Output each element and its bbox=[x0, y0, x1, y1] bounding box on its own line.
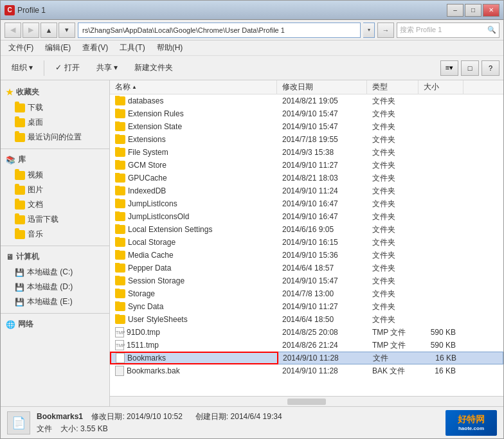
sidebar-item-e-drive[interactable]: 💾 本地磁盘 (E:) bbox=[1, 294, 109, 309]
table-row[interactable]: Pepper Data 2014/6/4 18:57 文件夹 bbox=[110, 262, 503, 274]
col-header-type[interactable]: 类型 bbox=[367, 80, 419, 94]
table-row[interactable]: File System 2014/9/3 15:38 文件夹 bbox=[110, 146, 503, 159]
video-folder-icon bbox=[15, 171, 25, 180]
go-button[interactable]: → bbox=[377, 22, 394, 38]
file-type-cell: 文件夹 bbox=[367, 314, 419, 326]
sidebar-item-d-drive[interactable]: 💾 本地磁盘 (D:) bbox=[1, 280, 109, 294]
table-row[interactable]: Storage 2014/7/8 13:00 文件夹 bbox=[110, 287, 503, 300]
sidebar-docs-label: 文档 bbox=[28, 199, 43, 210]
col-header-size[interactable]: 大小 bbox=[419, 80, 464, 94]
sidebar-item-pictures[interactable]: 图片 bbox=[1, 183, 109, 197]
music-folder-icon bbox=[15, 230, 25, 239]
file-size-cell bbox=[419, 113, 464, 114]
table-row[interactable]: JumpListIconsOld 2014/9/10 16:47 文件夹 bbox=[110, 210, 503, 223]
file-name-cell: User StyleSheets bbox=[110, 314, 277, 325]
sidebar-item-desktop[interactable]: 桌面 bbox=[1, 115, 109, 130]
table-row[interactable]: User StyleSheets 2014/6/4 18:50 文件夹 bbox=[110, 313, 503, 326]
sidebar-item-music[interactable]: 音乐 bbox=[1, 227, 109, 242]
status-filetype: 文件 bbox=[37, 424, 52, 433]
sidebar-library-header[interactable]: 📚 库 bbox=[1, 152, 109, 168]
table-row[interactable]: Bookmarks.bak 2014/9/10 11:28 BAK 文件 16 … bbox=[110, 364, 503, 377]
explorer-window: C Profile 1 – □ ✕ ◀ ▶ ▲ ▾ rs\ZhangSan\Ap… bbox=[0, 0, 504, 439]
up-button[interactable]: ▲ bbox=[40, 22, 57, 38]
share-button[interactable]: 共享 ▾ bbox=[89, 58, 125, 78]
file-date-cell: 2014/9/10 15:36 bbox=[277, 250, 367, 260]
minimize-button[interactable]: – bbox=[447, 4, 464, 17]
menu-edit[interactable]: 编辑(E) bbox=[40, 41, 76, 55]
view-pane-button[interactable]: □ bbox=[461, 60, 479, 76]
table-row[interactable]: GPUCache 2014/8/21 18:03 文件夹 bbox=[110, 172, 503, 184]
table-row[interactable]: Local Extension Settings 2014/6/16 9:05 … bbox=[110, 223, 503, 236]
view-list-button[interactable]: ≡▾ bbox=[440, 60, 458, 76]
maximize-button[interactable]: □ bbox=[465, 4, 482, 17]
file-type-cell: 文件夹 bbox=[367, 262, 419, 274]
status-bar: 📄 Bookmarks1 修改日期: 2014/9/10 10:52 创建日期:… bbox=[1, 406, 503, 438]
sidebar-item-c-drive[interactable]: 💾 本地磁盘 (C:) bbox=[1, 265, 109, 280]
file-name-cell: databases bbox=[110, 96, 277, 106]
table-row[interactable]: Extension State 2014/9/10 15:47 文件夹 bbox=[110, 120, 503, 133]
table-row[interactable]: JumpListIcons 2014/9/10 16:47 文件夹 bbox=[110, 197, 503, 210]
table-row[interactable]: Extensions 2014/7/18 19:55 文件夹 bbox=[110, 133, 503, 146]
sidebar-item-docs[interactable]: 文档 bbox=[1, 197, 109, 212]
menu-file[interactable]: 文件(F) bbox=[3, 41, 39, 55]
folder-icon bbox=[115, 225, 125, 234]
sidebar-item-xunlei[interactable]: 迅雷下载 bbox=[1, 212, 109, 227]
file-date-cell: 2014/9/10 11:24 bbox=[277, 186, 367, 196]
docs-folder-icon bbox=[15, 201, 25, 210]
address-dropdown[interactable]: ▾ bbox=[363, 22, 375, 38]
table-row[interactable]: Media Cache 2014/9/10 15:36 文件夹 bbox=[110, 249, 503, 262]
new-folder-button[interactable]: 新建文件夹 bbox=[127, 58, 180, 78]
file-name-cell: Media Cache bbox=[110, 250, 277, 260]
table-row[interactable]: TMP 1511.tmp 2014/8/26 21:24 TMP 文件 590 … bbox=[110, 339, 503, 352]
table-row[interactable]: GCM Store 2014/9/10 11:27 文件夹 bbox=[110, 159, 503, 172]
menu-tools[interactable]: 工具(T) bbox=[114, 41, 150, 55]
file-name-text: Extension Rules bbox=[128, 109, 184, 118]
file-name-cell: TMP 91D0.tmp bbox=[110, 327, 277, 338]
folder-icon bbox=[115, 264, 125, 273]
folder-icon bbox=[115, 289, 125, 298]
file-date-cell: 2014/6/4 18:50 bbox=[277, 314, 367, 325]
forward-button[interactable]: ▶ bbox=[22, 22, 39, 38]
table-row[interactable]: databases 2014/8/21 19:05 文件夹 bbox=[110, 94, 503, 107]
file-type-cell: 文件夹 bbox=[367, 198, 419, 210]
sidebar-favorites-header[interactable]: ★ 收藏夹 bbox=[1, 84, 109, 100]
sidebar-item-video[interactable]: 视频 bbox=[1, 168, 109, 183]
horizontal-scrollbar[interactable] bbox=[110, 396, 503, 406]
sidebar-item-recent[interactable]: 最近访问的位置 bbox=[1, 130, 109, 145]
table-row[interactable]: TMP 91D0.tmp 2014/8/25 20:08 TMP 文件 590 … bbox=[110, 326, 503, 339]
table-row[interactable]: IndexedDB 2014/9/10 11:24 文件夹 bbox=[110, 184, 503, 197]
status-size-line: 文件 大小: 3.55 KB bbox=[37, 424, 439, 435]
sidebar-divider-2 bbox=[1, 246, 109, 246]
open-button[interactable]: ✓ 打开 bbox=[48, 58, 86, 78]
file-size-cell bbox=[419, 242, 464, 243]
organize-button[interactable]: 组织 ▾ bbox=[4, 58, 40, 78]
menu-help[interactable]: 帮助(H) bbox=[152, 41, 188, 55]
table-row[interactable]: Bookmarks 2014/9/10 11:28 文件 16 KB bbox=[110, 352, 503, 364]
file-name-cell: Sync Data bbox=[110, 301, 277, 312]
sidebar-network-header[interactable]: 🌐 网络 bbox=[1, 316, 109, 332]
col-header-name[interactable]: 名称 bbox=[110, 80, 277, 94]
sidebar-computer-header[interactable]: 🖥 计算机 bbox=[1, 249, 109, 265]
table-row[interactable]: Session Storage 2014/9/10 15:47 文件夹 bbox=[110, 274, 503, 287]
sidebar-divider-1 bbox=[1, 148, 109, 149]
xunlei-folder-icon bbox=[15, 215, 25, 224]
table-row[interactable]: Sync Data 2014/9/10 11:27 文件夹 bbox=[110, 300, 503, 313]
address-box[interactable]: rs\ZhangSan\AppData\Local\Google\Chrome\… bbox=[78, 22, 361, 38]
close-button[interactable]: ✕ bbox=[483, 4, 500, 17]
sidebar-item-download[interactable]: 下载 bbox=[1, 100, 109, 115]
file-name-text: Sync Data bbox=[128, 302, 163, 311]
search-box[interactable]: 搜索 Profile 1 🔍 bbox=[397, 22, 500, 38]
help-button[interactable]: ? bbox=[482, 60, 500, 76]
menu-view[interactable]: 查看(V) bbox=[77, 41, 113, 55]
sidebar-computer-section: 🖥 计算机 💾 本地磁盘 (C:) 💾 本地磁盘 (D:) 💾 本地磁盘 (E:… bbox=[1, 249, 109, 309]
table-row[interactable]: Extension Rules 2014/9/10 15:47 文件夹 bbox=[110, 107, 503, 120]
col-header-date[interactable]: 修改日期 bbox=[277, 80, 367, 94]
dropdown-button[interactable]: ▾ bbox=[59, 22, 75, 38]
folder-icon bbox=[115, 96, 125, 105]
file-type-cell: TMP 文件 bbox=[367, 339, 419, 352]
file-type-cell: 文件夹 bbox=[367, 147, 419, 159]
file-name-text: Extensions bbox=[128, 135, 166, 144]
back-button[interactable]: ◀ bbox=[4, 22, 21, 38]
library-icon: 📚 bbox=[6, 156, 15, 165]
table-row[interactable]: Local Storage 2014/9/10 16:15 文件夹 bbox=[110, 236, 503, 249]
